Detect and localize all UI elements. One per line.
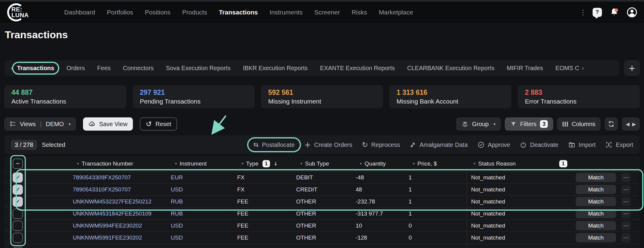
transactions-table: ▾ Transaction Number ▾ Instrument ▾ Type… xyxy=(4,156,640,248)
nav-item-positions[interactable]: Positions xyxy=(145,9,170,16)
instrument-link[interactable]: USD xyxy=(171,186,237,193)
tab-eoms-truncated[interactable]: EOMS C xyxy=(556,65,579,72)
logo[interactable]: RE: LUNA xyxy=(7,3,29,22)
stat-card-error-transactions[interactable]: 2 883 Error Transactions xyxy=(518,85,640,108)
row-checkbox-unchecked[interactable] xyxy=(13,247,23,248)
notifications-bell-icon[interactable] xyxy=(609,7,619,17)
header-cell-transaction-number[interactable]: ▾ Transaction Number xyxy=(73,160,171,167)
refresh-button[interactable] xyxy=(605,117,618,131)
nav-item-marketplace[interactable]: Marketplace xyxy=(379,9,413,16)
match-button[interactable]: Match xyxy=(576,233,616,242)
row-checkbox-checked[interactable]: ✓ xyxy=(13,172,23,183)
row-checkbox-unchecked[interactable] xyxy=(13,209,23,219)
nav-item-risks[interactable]: Risks xyxy=(351,9,367,16)
tab-mifir-trades[interactable]: MIFIR Trades xyxy=(507,65,543,72)
row-checkbox-unchecked[interactable] xyxy=(13,221,23,231)
instrument-link[interactable]: USD xyxy=(171,234,237,241)
match-button[interactable]: Match xyxy=(576,197,616,206)
user-avatar-icon[interactable] xyxy=(627,7,637,18)
stat-card-missing-bank-account[interactable]: 1 313 616 Missing Bank Account xyxy=(389,85,511,108)
header-cell-quantity[interactable]: ▾ Quantity xyxy=(356,160,409,167)
row-checkbox-unchecked[interactable] xyxy=(13,233,23,243)
filters-button[interactable]: Filters 3 xyxy=(505,117,553,131)
tab-sova-execution-reports[interactable]: Sova Execution Reports xyxy=(166,65,231,72)
header-cell-instrument[interactable]: ▾ Instrument xyxy=(171,160,237,167)
plus-icon: + xyxy=(304,140,311,149)
help-icon[interactable]: ? xyxy=(593,8,602,17)
column-filter-icon[interactable]: ▾ xyxy=(413,161,415,166)
approve-button[interactable]: Approve xyxy=(477,141,511,148)
instrument-link[interactable]: EUR xyxy=(171,174,237,181)
transaction-number-link[interactable]: UNKNWM5994FEE230202 xyxy=(73,222,171,229)
stat-card-pending-transactions[interactable]: 297 921 Pending Transactions xyxy=(133,85,255,108)
column-filter-icon[interactable]: ▾ xyxy=(300,161,302,166)
row-checkbox-checked[interactable]: ✓ xyxy=(13,184,23,195)
row-menu-button[interactable]: ⋯ xyxy=(621,197,630,206)
header-cell-type[interactable]: ▾ Type 1 ↓ xyxy=(237,160,296,167)
tab-ibkr-execution-reports[interactable]: IBKR Execution Reports xyxy=(243,65,308,72)
transaction-number-link[interactable]: 7890543309FX250707 xyxy=(73,174,171,181)
match-button[interactable]: Match xyxy=(576,221,616,230)
match-button[interactable]: Match xyxy=(576,185,616,194)
group-dropdown[interactable]: Group ▾ xyxy=(456,117,501,131)
stat-card-missing-instrument[interactable]: 592 561 Missing Instrument xyxy=(261,85,383,108)
select-all-checkbox[interactable] xyxy=(13,159,23,169)
reprocess-button[interactable]: ↻ Reprocess xyxy=(362,141,400,149)
add-tab-button[interactable]: + xyxy=(624,60,640,76)
column-filter-icon[interactable]: ▾ xyxy=(77,161,79,166)
columns-button[interactable]: Columns xyxy=(557,117,601,131)
instrument-link[interactable]: RUB xyxy=(171,210,237,217)
row-menu-button[interactable]: ⋯ xyxy=(621,173,630,182)
transaction-number-link[interactable]: 7890543310FX250707 xyxy=(73,186,171,193)
nav-item-dashboard[interactable]: Dashboard xyxy=(64,9,95,16)
nav-item-instruments[interactable]: Instruments xyxy=(269,9,302,16)
tabs-scroll-right-icon[interactable]: › xyxy=(580,64,586,72)
header-cell-price[interactable]: ▾ Price, $ xyxy=(409,160,467,167)
reset-button[interactable]: ↺ Reset xyxy=(140,117,177,131)
export-button[interactable]: Export xyxy=(605,141,633,148)
column-filter-icon[interactable]: ▾ xyxy=(474,161,476,166)
refresh-icon xyxy=(607,120,615,128)
tab-clearbank-execution-reports[interactable]: CLEARBANK Execution Reports xyxy=(407,65,494,72)
views-dropdown[interactable]: Views | DEMO ▾ xyxy=(4,117,76,131)
match-button[interactable]: Match xyxy=(576,209,616,218)
header-cell-sub-type[interactable]: ▾ Sub Type xyxy=(296,160,356,167)
row-menu-button[interactable]: ⋯ xyxy=(621,185,630,194)
instrument-link[interactable]: USD xyxy=(171,222,237,229)
columns-label: Columns xyxy=(572,121,595,128)
tab-fees[interactable]: Fees xyxy=(97,65,110,72)
column-filter-icon[interactable]: ▾ xyxy=(241,161,244,166)
nav-item-screener[interactable]: Screener xyxy=(314,9,340,16)
row-checkbox-checked[interactable]: ✓ xyxy=(13,197,23,207)
transaction-number-link[interactable]: UNKNWM5991FEE230202 xyxy=(73,234,171,241)
header-cell-status-reason[interactable]: ▾ Status Reason 1 xyxy=(467,160,572,167)
tab-connectors[interactable]: Connectors xyxy=(123,65,154,72)
row-menu-button[interactable]: ⋯ xyxy=(621,233,630,242)
transaction-number-link[interactable]: UNKNWM4532327FEE250212 xyxy=(73,198,171,205)
nav-item-products[interactable]: Products xyxy=(182,9,207,16)
sort-desc-icon[interactable]: ↓ xyxy=(273,160,278,167)
save-view-button[interactable]: Save View xyxy=(83,117,133,131)
kebab-menu-icon[interactable]: ⋮ xyxy=(579,8,585,17)
status-reason-cell: Not_matched xyxy=(467,196,572,207)
postallocate-button[interactable]: ⇆ Postallocate xyxy=(253,141,295,148)
row-menu-button[interactable]: ⋯ xyxy=(621,209,630,218)
tab-transactions[interactable]: Transactions xyxy=(17,65,54,72)
create-orders-button[interactable]: + Create Orders xyxy=(304,140,352,149)
tabs-scroll-left-icon[interactable]: ‹ xyxy=(8,64,15,72)
stat-card-active-transactions[interactable]: 44 887 Active Transactions xyxy=(4,85,126,108)
instrument-link[interactable]: RUB xyxy=(171,198,237,205)
row-menu-button[interactable]: ⋯ xyxy=(621,221,630,230)
column-filter-icon[interactable]: ▾ xyxy=(360,161,362,166)
nav-item-portfolios[interactable]: Portfolios xyxy=(107,9,133,16)
tab-exante-execution-reports[interactable]: EXANTE Execution Reports xyxy=(320,65,395,72)
tab-orders[interactable]: Orders xyxy=(66,65,85,72)
amalgamate-data-button[interactable]: Amalgamate Data xyxy=(409,141,468,148)
nav-item-transactions[interactable]: Transactions xyxy=(219,9,258,16)
column-filter-icon[interactable]: ▾ xyxy=(175,161,177,166)
transaction-number-link[interactable]: UNKNWM4531842FEE250109 xyxy=(73,210,171,217)
deactivate-button[interactable]: Deactivate xyxy=(520,141,559,148)
pan-columns-button[interactable]: ◀ ▶ xyxy=(622,117,640,131)
match-button[interactable]: Match xyxy=(576,173,616,182)
import-button[interactable]: Import xyxy=(568,141,596,148)
